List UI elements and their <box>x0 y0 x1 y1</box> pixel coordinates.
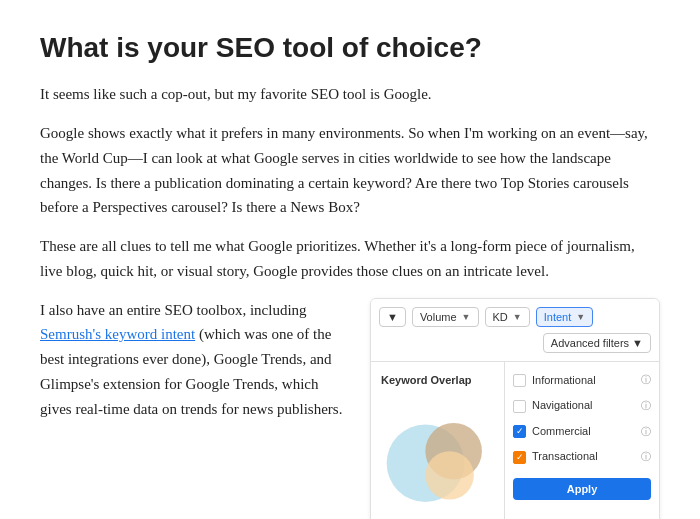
transactional-info-icon: ⓘ <box>641 449 651 465</box>
semrush-link[interactable]: Semrush's keyword intent <box>40 326 195 342</box>
intent-label: Intent <box>544 311 572 323</box>
informational-info-icon: ⓘ <box>641 372 651 388</box>
advanced-label: Advanced filters <box>551 337 629 349</box>
content-image-block: I also have an entire SEO toolbox, inclu… <box>40 298 660 519</box>
commercial-info-icon: ⓘ <box>641 424 651 440</box>
navigational-row: Navigational ⓘ <box>513 397 651 415</box>
transactional-row: ✓ Transactional ⓘ <box>513 448 651 466</box>
navigational-label: Navigational <box>532 397 593 415</box>
kd-arrow: ▼ <box>513 312 522 322</box>
kd-filter[interactable]: KD ▼ <box>485 307 530 327</box>
kd-label: KD <box>493 311 508 323</box>
volume-label: Volume <box>420 311 457 323</box>
informational-label: Informational <box>532 372 596 390</box>
navigational-info-icon: ⓘ <box>641 398 651 414</box>
paragraph-4-start: I also have an entire SEO toolbox, inclu… <box>40 302 307 318</box>
navigational-checkbox[interactable] <box>513 400 526 413</box>
chart-title: Keyword Overlap <box>381 372 494 390</box>
svg-point-2 <box>425 451 473 499</box>
volume-arrow: ▼ <box>462 312 471 322</box>
text-side: I also have an entire SEO toolbox, inclu… <box>40 298 350 422</box>
informational-row: Informational ⓘ <box>513 372 651 390</box>
paragraph-3: These are all clues to tell me what Goog… <box>40 234 660 284</box>
transactional-checkbox[interactable]: ✓ <box>513 451 526 464</box>
paragraph-2: Google shows exactly what it prefers in … <box>40 121 660 220</box>
advanced-filters-btn[interactable]: Advanced filters ▼ <box>543 333 651 353</box>
commercial-checkbox[interactable]: ✓ <box>513 425 526 438</box>
filter-dropdown-default[interactable]: ▼ <box>379 307 406 327</box>
transactional-label: Transactional <box>532 448 598 466</box>
intent-arrow: ▼ <box>576 312 585 322</box>
venn-diagram <box>381 397 494 519</box>
chart-area: Keyword Overlap <box>371 362 504 519</box>
advanced-arrow: ▼ <box>632 337 643 349</box>
volume-filter[interactable]: Volume ▼ <box>412 307 479 327</box>
intent-filter[interactable]: Intent ▼ <box>536 307 593 327</box>
commercial-label: Commercial <box>532 423 591 441</box>
seo-tool-screenshot: ▼ Volume ▼ KD ▼ Intent ▼ Advanced filter… <box>370 298 660 519</box>
seo-toolbar: ▼ Volume ▼ KD ▼ Intent ▼ Advanced filter… <box>371 299 659 362</box>
paragraph-1: It seems like such a cop-out, but my fav… <box>40 82 660 107</box>
apply-button[interactable]: Apply <box>513 478 651 500</box>
intent-dropdown-panel: Informational ⓘ Navigational ⓘ ✓ Commerc… <box>504 362 659 519</box>
seo-main-area: Keyword Overlap Informational ⓘ <box>371 362 659 519</box>
page-heading: What is your SEO tool of choice? <box>40 30 660 66</box>
informational-checkbox[interactable] <box>513 374 526 387</box>
commercial-row: ✓ Commercial ⓘ <box>513 423 651 441</box>
